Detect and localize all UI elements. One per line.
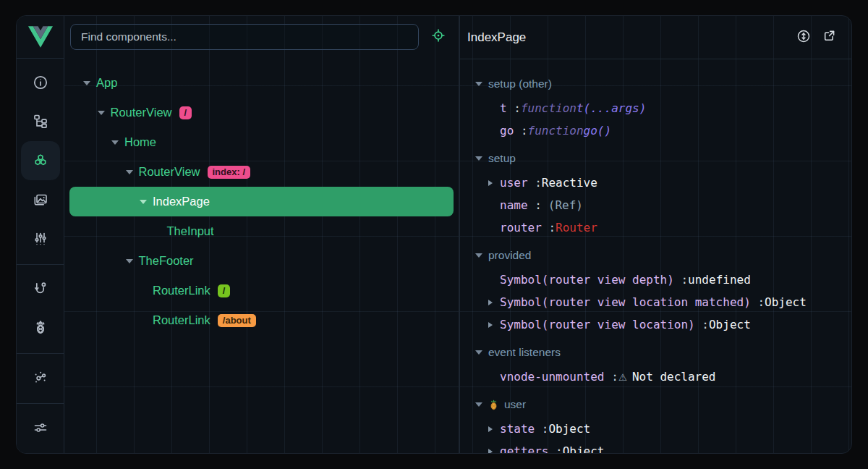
sliders-icon	[32, 419, 49, 436]
state-row-user[interactable]: user : Reactive	[460, 172, 851, 194]
route-badge: /	[179, 106, 192, 119]
sidebar-item-overview[interactable]	[21, 63, 60, 102]
state-key: user	[500, 176, 528, 190]
state-value: Object	[563, 444, 605, 453]
state-key: vnode-unmounted	[500, 370, 605, 384]
expand-toggle-icon[interactable]	[97, 111, 106, 115]
state-row-router: router : Router	[460, 216, 851, 239]
key-value-separator: :	[751, 295, 765, 309]
state-row-symbol-router-view-location-matched-[interactable]: Symbol(router view location matched) : O…	[460, 291, 851, 313]
section-header-setup-other-[interactable]: setup (other)	[460, 71, 851, 97]
expand-toggle-icon[interactable]	[488, 180, 500, 186]
state-row-state[interactable]: state : Object	[460, 418, 851, 440]
section-collapse-icon	[475, 350, 482, 355]
key-value-separator: :	[528, 198, 542, 212]
sidebar-item-assets[interactable]	[21, 180, 60, 219]
component-name: App	[96, 76, 117, 90]
expand-toggle-icon[interactable]	[82, 81, 91, 85]
tree-node-indexpage[interactable]: IndexPage	[69, 187, 454, 216]
tree-node-routerlink[interactable]: RouterLink/about	[64, 305, 459, 335]
tree-node-home[interactable]: Home	[64, 127, 459, 157]
key-value-separator: :	[535, 422, 548, 436]
expand-toggle-icon[interactable]	[488, 426, 500, 432]
search-input[interactable]	[70, 24, 419, 50]
state-value: function	[528, 124, 584, 138]
inspector-header: IndexPage	[460, 16, 851, 59]
tree-node-routerview[interactable]: RouterView/	[64, 98, 459, 127]
state-key: Symbol(router view location matched)	[500, 295, 751, 309]
state-row-symbol-router-view-location-[interactable]: Symbol(router view location) : Object	[460, 313, 851, 336]
inspector-sections: setup (other)t : function t(...args)go :…	[460, 59, 851, 453]
section-label: user	[504, 398, 526, 411]
pinia-pineapple-icon	[488, 400, 499, 410]
tree-node-thefooter[interactable]: TheFooter	[64, 246, 459, 276]
state-row-vnode-unmounted: vnode-unmounted : ⚠Not declared	[460, 366, 851, 388]
sidebar-group-settings	[17, 403, 64, 453]
state-key: go	[500, 124, 514, 138]
expand-toggle-icon[interactable]	[488, 449, 500, 454]
component-name: RouterLink	[153, 313, 210, 327]
section-header-provided[interactable]: provided	[460, 242, 851, 269]
scroll-to-icon	[796, 28, 812, 47]
sidebar-item-timeline[interactable]	[21, 219, 60, 258]
tree-node-theinput[interactable]: TheInput	[64, 216, 459, 246]
expand-toggle-icon[interactable]	[111, 140, 119, 145]
tree-node-routerview[interactable]: RouterViewindex: /	[64, 157, 459, 187]
key-value-separator: :	[605, 370, 618, 384]
sidebar-item-pinia[interactable]	[21, 308, 60, 347]
state-key: Symbol(router view location)	[500, 318, 695, 331]
state-value: Router	[556, 221, 597, 234]
open-in-editor-button[interactable]	[820, 28, 838, 47]
section-header-user[interactable]: user	[460, 392, 851, 418]
sidebar-item-graph[interactable]	[21, 358, 60, 397]
state-value: Object	[709, 318, 751, 331]
state-key: state	[500, 422, 535, 436]
sidebar-item-settings[interactable]	[21, 408, 60, 447]
key-value-separator: :	[674, 273, 688, 287]
state-row-go: go : function go()	[460, 119, 851, 142]
expand-toggle-icon[interactable]	[139, 200, 148, 204]
key-value-separator: :	[548, 444, 562, 453]
state-value: (Ref)	[548, 198, 583, 212]
section-label: provided	[488, 249, 531, 262]
expand-toggle-icon[interactable]	[488, 300, 500, 305]
state-value: undefined	[688, 273, 751, 287]
route-badge: /	[218, 284, 231, 297]
component-name: Home	[124, 135, 156, 149]
section-header-setup[interactable]: setup	[460, 145, 851, 172]
sidebar-item-components[interactable]	[21, 141, 60, 180]
section-label: setup	[488, 152, 516, 165]
state-value: Not declared	[632, 370, 716, 384]
key-value-separator: :	[514, 124, 527, 138]
route-badge: /about	[218, 314, 256, 327]
expand-toggle-icon[interactable]	[125, 170, 134, 174]
section-label: setup (other)	[488, 77, 552, 90]
expand-toggle-icon[interactable]	[488, 322, 500, 328]
scroll-to-component-button[interactable]	[794, 28, 813, 47]
sidebar-group-main	[17, 59, 64, 264]
components-panel: AppRouterView/HomeRouterViewindex: /Inde…	[64, 16, 459, 453]
state-key: Symbol(router view depth)	[500, 273, 674, 287]
sidebar-group-plugins	[17, 264, 64, 353]
sidebar-item-router[interactable]	[21, 269, 60, 308]
expand-toggle-icon[interactable]	[125, 259, 134, 263]
vue-devtools-window: AppRouterView/HomeRouterViewindex: /Inde…	[16, 15, 852, 454]
section-header-event-listeners[interactable]: event listeners	[460, 339, 851, 366]
state-value: t(...args)	[576, 101, 646, 115]
key-value-separator: :	[695, 318, 709, 331]
images-icon	[32, 191, 49, 208]
tree-node-routerlink[interactable]: RouterLink/	[64, 276, 459, 305]
route-icon	[32, 280, 49, 297]
section-collapse-icon	[475, 156, 482, 161]
vue-logo[interactable]	[17, 16, 64, 59]
section-collapse-icon	[475, 253, 482, 258]
inspect-target-button[interactable]	[429, 28, 448, 46]
sidebar-item-pages[interactable]	[21, 102, 60, 141]
state-row-getters[interactable]: getters : Object	[460, 440, 851, 453]
warning-icon: ⚠	[618, 371, 627, 383]
state-key: router	[500, 221, 542, 234]
tree-node-app[interactable]: App	[64, 68, 459, 98]
route-badge: index: /	[208, 166, 251, 179]
key-value-separator: :	[542, 221, 556, 234]
section-collapse-icon	[475, 82, 482, 86]
